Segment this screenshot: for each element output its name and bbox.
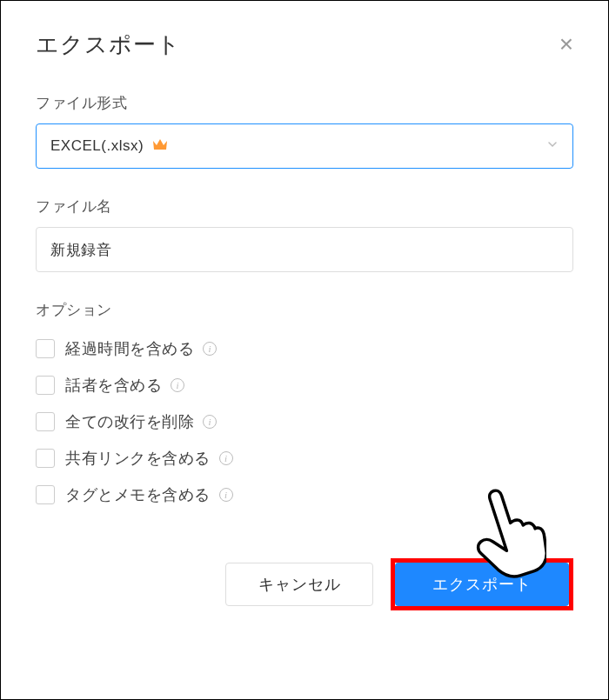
file-name-label: ファイル名 xyxy=(36,197,573,217)
dialog-footer: キャンセル エクスポート xyxy=(36,558,573,610)
file-format-label: ファイル形式 xyxy=(36,93,573,113)
info-icon[interactable]: i xyxy=(219,488,233,502)
info-icon[interactable]: i xyxy=(171,378,184,392)
file-format-value: EXCEL(.xlsx) xyxy=(50,137,144,155)
export-highlight: エクスポート xyxy=(391,558,573,610)
file-format-select[interactable]: EXCEL(.xlsx) xyxy=(36,123,573,169)
options-label: オプション xyxy=(36,300,573,320)
option-label: 経過時間を含める xyxy=(65,338,194,359)
info-icon[interactable]: i xyxy=(203,415,217,429)
option-label: 全ての改行を削除 xyxy=(65,411,194,432)
checkbox-sharelink[interactable] xyxy=(36,449,55,468)
option-row-sharelink: 共有リンクを含める i xyxy=(36,440,573,477)
checkbox-linebreak[interactable] xyxy=(36,412,55,431)
option-row-speaker: 話者を含める i xyxy=(36,367,573,403)
option-label: 話者を含める xyxy=(65,375,162,396)
dialog-header: エクスポート × xyxy=(36,29,573,60)
cancel-button[interactable]: キャンセル xyxy=(225,563,373,606)
option-label: 共有リンクを含める xyxy=(65,448,211,469)
export-dialog: エクスポート × ファイル形式 EXCEL(.xlsx) ファイル名 新規録音 … xyxy=(1,1,608,645)
option-row-linebreak: 全ての改行を削除 i xyxy=(36,403,573,440)
info-icon[interactable]: i xyxy=(203,342,217,356)
checkbox-speaker[interactable] xyxy=(36,376,55,395)
dialog-title: エクスポート xyxy=(36,30,181,60)
crown-icon xyxy=(152,138,168,154)
option-label: タグとメモを含める xyxy=(65,484,211,505)
close-button[interactable]: × xyxy=(559,29,573,60)
file-name-value: 新規録音 xyxy=(50,240,111,260)
options-list: 経過時間を含める i 話者を含める i 全ての改行を削除 i 共有リンクを含める… xyxy=(36,330,573,513)
file-name-input[interactable]: 新規録音 xyxy=(36,227,573,272)
checkbox-tags[interactable] xyxy=(36,485,55,504)
option-row-tags: タグとメモを含める i xyxy=(36,477,573,513)
info-icon[interactable]: i xyxy=(219,451,233,465)
chevron-down-icon xyxy=(546,138,559,154)
option-row-elapsed: 経過時間を含める i xyxy=(36,330,573,367)
checkbox-elapsed[interactable] xyxy=(36,339,55,358)
export-button[interactable]: エクスポート xyxy=(395,563,569,606)
